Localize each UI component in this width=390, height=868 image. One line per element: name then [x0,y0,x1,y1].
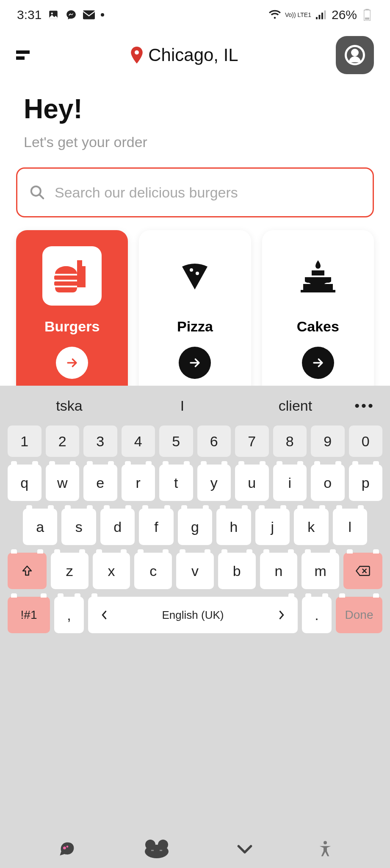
location-pin-icon [130,47,143,64]
greeting-section: Hey! Let's get your order [0,81,390,155]
svg-rect-5 [321,13,323,19]
svg-rect-17 [303,284,333,290]
svg-rect-2 [83,11,95,19]
key-m[interactable]: m [301,553,339,589]
key-r[interactable]: r [122,465,155,501]
key-row-numbers: 1 2 3 4 5 6 7 8 9 0 [8,426,382,457]
key-l[interactable]: l [333,509,367,545]
category-cakes[interactable]: Cakes [262,230,374,408]
key-h[interactable]: h [216,509,251,545]
key-u[interactable]: u [235,465,269,501]
key-z[interactable]: z [51,553,89,589]
profile-button[interactable] [336,36,374,74]
app-header: Chicago, IL [0,30,390,81]
search-box[interactable] [16,167,374,217]
svg-point-20 [66,846,68,847]
shift-icon [21,565,33,577]
search-icon [29,184,45,200]
key-row-qwerty: q w e r t y u i o p [8,465,382,501]
wifi-icon [269,9,281,21]
key-2[interactable]: 2 [46,426,80,457]
nav-back-icon[interactable] [236,843,253,854]
greeting-subtitle: Let's get your order [24,134,366,150]
nav-accessibility-icon[interactable] [318,840,332,857]
svg-point-1 [51,13,53,14]
key-row-zxcv: z x c v b n m [8,553,382,589]
gallery-icon [47,9,59,21]
key-5[interactable]: 5 [159,426,193,457]
key-comma[interactable]: , [54,597,84,633]
suggestion-1[interactable]: tska [13,398,126,414]
key-6[interactable]: 6 [197,426,231,457]
key-shift[interactable] [8,553,47,589]
suggestion-row: tska I client ••• [0,386,390,426]
suggestion-more-icon[interactable]: ••• [352,398,377,414]
key-space[interactable]: English (UK) [88,597,298,633]
key-p[interactable]: p [349,465,383,501]
cake-icon [288,246,348,306]
key-n[interactable]: n [260,553,298,589]
key-x[interactable]: x [93,553,130,589]
battery-percent: 26% [332,8,357,22]
keyboard: tska I client ••• 1 2 3 4 5 6 7 8 9 0 q … [0,386,390,868]
search-input[interactable] [55,184,361,201]
key-9[interactable]: 9 [311,426,345,457]
key-row-bottom: !#1 , English (UK) . Done [8,597,382,633]
key-c[interactable]: c [134,553,172,589]
nav-recent-icon[interactable] [58,840,77,857]
menu-icon[interactable] [16,47,33,64]
key-a[interactable]: a [23,509,57,545]
arrow-right-icon [56,347,88,379]
network-label: Vo)) LTE1 [285,12,311,18]
pizza-icon [165,246,224,306]
svg-point-23 [145,845,169,858]
suggestion-3[interactable]: client [239,398,352,414]
key-y[interactable]: y [197,465,231,501]
location-selector[interactable]: Chicago, IL [130,45,238,65]
key-8[interactable]: 8 [273,426,307,457]
key-symbols[interactable]: !#1 [8,597,50,633]
key-i[interactable]: i [273,465,307,501]
key-0[interactable]: 0 [349,426,383,457]
svg-rect-3 [316,17,318,19]
key-k[interactable]: k [294,509,328,545]
key-g[interactable]: g [178,509,212,545]
key-t[interactable]: t [159,465,193,501]
key-e[interactable]: e [83,465,117,501]
key-s[interactable]: s [61,509,96,545]
mail-icon [83,9,95,21]
nav-home-icon[interactable] [142,839,171,859]
suggestion-2[interactable]: I [126,398,239,414]
key-3[interactable]: 3 [83,426,117,457]
key-7[interactable]: 7 [235,426,269,457]
key-4[interactable]: 4 [122,426,155,457]
categories-row: Burgers Pizza Cakes [0,217,390,408]
category-burgers[interactable]: Burgers [16,230,128,408]
key-done[interactable]: Done [336,597,382,633]
key-1[interactable]: 1 [8,426,41,457]
key-q[interactable]: q [8,465,41,501]
backspace-icon [355,565,371,577]
svg-rect-6 [324,11,326,19]
svg-line-12 [39,195,44,199]
key-period[interactable]: . [302,597,332,633]
svg-point-10 [135,50,139,55]
svg-rect-9 [365,17,369,19]
key-w[interactable]: w [46,465,80,501]
key-b[interactable]: b [218,553,256,589]
key-f[interactable]: f [139,509,173,545]
key-j[interactable]: j [255,509,290,545]
svg-rect-13 [54,275,78,280]
burger-icon [42,246,102,306]
key-o[interactable]: o [311,465,345,501]
key-row-asdf: a s d f g h j k l [8,509,382,545]
key-v[interactable]: v [176,553,214,589]
status-right: Vo)) LTE1 26% [269,8,373,22]
status-bar: 3:31 Vo)) LTE1 26% [0,0,390,30]
greeting-title: Hey! [24,93,366,125]
key-backspace[interactable] [343,553,382,589]
category-pizza[interactable]: Pizza [139,230,251,408]
key-d[interactable]: d [100,509,135,545]
location-text: Chicago, IL [148,45,238,65]
svg-rect-14 [54,281,78,286]
